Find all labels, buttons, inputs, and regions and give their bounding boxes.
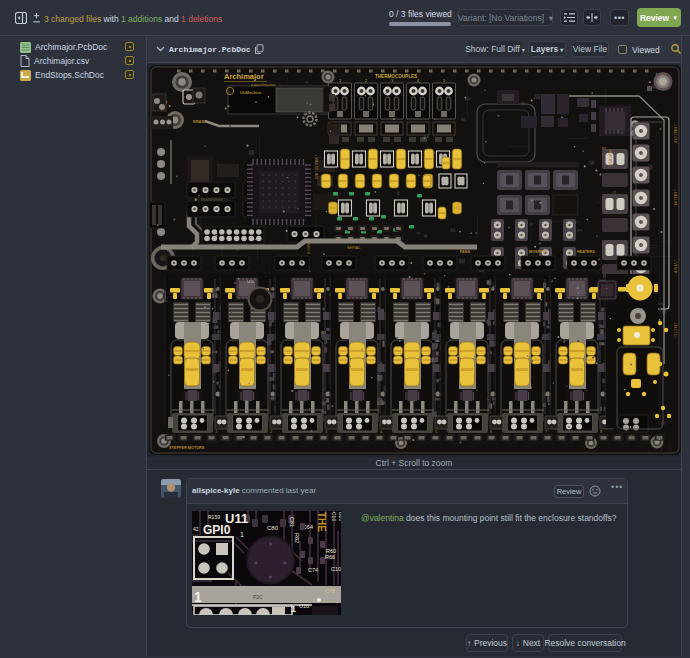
svg-text:C80: C80 bbox=[267, 525, 279, 531]
svg-text:HEATBED: HEATBED bbox=[608, 149, 612, 167]
svg-text:C10: C10 bbox=[331, 566, 341, 572]
svg-text:Archimajor: Archimajor bbox=[224, 72, 264, 81]
svg-text:C78: C78 bbox=[325, 588, 335, 594]
svg-text:propwashmachine: propwashmachine bbox=[251, 83, 276, 87]
svg-text:42: 42 bbox=[193, 526, 199, 532]
svg-text:U16: U16 bbox=[299, 603, 309, 609]
svg-text:R66: R66 bbox=[325, 554, 335, 560]
svg-text:UltiMachine: UltiMachine bbox=[240, 91, 261, 95]
svg-text:THERMOCOUPLES: THERMOCOUPLES bbox=[375, 74, 417, 79]
svg-text:R159: R159 bbox=[208, 514, 220, 520]
svg-text:FANS: FANS bbox=[460, 250, 471, 254]
svg-text:+ BED OUT -: + BED OUT - bbox=[673, 124, 677, 147]
svg-text:+ BED IN -: + BED IN - bbox=[673, 189, 677, 208]
svg-text:1: 1 bbox=[240, 531, 244, 538]
svg-text:MOSFETS: MOSFETS bbox=[529, 250, 548, 254]
svg-text:SERIAL: SERIAL bbox=[347, 246, 361, 250]
svg-text:R82: R82 bbox=[294, 533, 300, 543]
svg-text:STEPPER MOTORS: STEPPER MOTORS bbox=[169, 446, 205, 450]
svg-text:1: 1 bbox=[194, 589, 202, 605]
svg-text:P2C: P2C bbox=[253, 594, 263, 600]
svg-text:GPI0: GPI0 bbox=[203, 523, 231, 537]
svg-text:U11: U11 bbox=[247, 279, 255, 284]
svg-text:THE: THE bbox=[316, 512, 327, 532]
svg-text:C74: C74 bbox=[308, 567, 318, 573]
svg-text:+ VFWR -: + VFWR - bbox=[673, 259, 677, 277]
svg-text:C81: C81 bbox=[289, 517, 295, 527]
svg-text:1: 1 bbox=[291, 604, 296, 614]
svg-text:+ MAX 08 - A08: + MAX 08 - A08 bbox=[314, 154, 318, 179]
svg-text:+ MOTO -: + MOTO - bbox=[673, 322, 677, 340]
svg-text:D20: D20 bbox=[338, 512, 341, 521]
svg-text:C10: C10 bbox=[331, 512, 337, 521]
svg-text:HEATERS: HEATERS bbox=[577, 250, 595, 254]
